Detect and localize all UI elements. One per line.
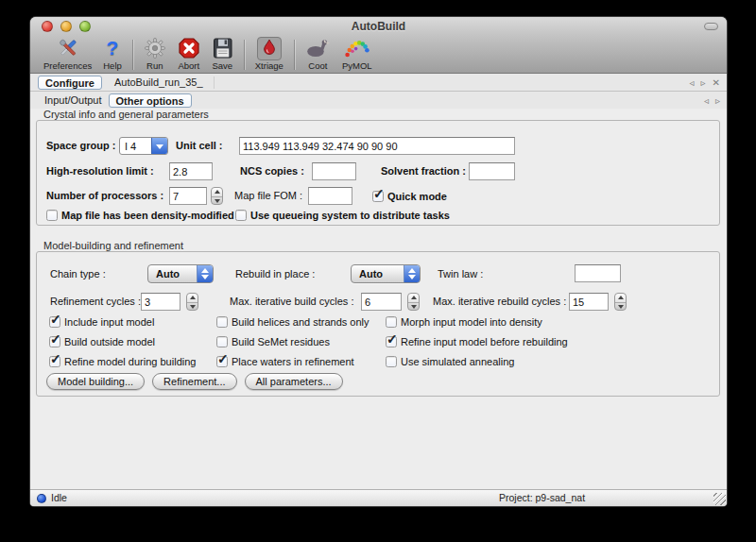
build-helices-strands-checkbox[interactable]: Build helices and strands only: [216, 315, 369, 329]
quick-mode-checkbox[interactable]: ✓ Quick mode: [372, 190, 447, 203]
place-waters-checkbox[interactable]: ✓ Place waters in refinement: [216, 355, 354, 368]
space-group-combo[interactable]: I 4: [119, 137, 168, 155]
stepper-up-icon[interactable]: [187, 294, 198, 302]
ncs-copies-input[interactable]: [312, 162, 356, 180]
max-rebuild-cycles-stepper[interactable]: [614, 293, 627, 311]
popup-arrows-icon: [404, 265, 420, 282]
build-semet-residues-checkbox[interactable]: Build SeMet residues: [216, 335, 330, 348]
include-input-model-checkbox[interactable]: ✓ Include input model: [49, 315, 154, 329]
morph-input-model-checkbox[interactable]: Morph input model into density: [386, 315, 542, 329]
map-fom-input[interactable]: [308, 187, 352, 205]
num-processors-stepper[interactable]: [211, 187, 223, 205]
stepper-down-icon[interactable]: [615, 302, 626, 311]
checkbox-label: Map file has been density-modified: [61, 209, 234, 222]
stepper-up-icon[interactable]: [212, 188, 222, 196]
refinement-cycles-input[interactable]: [141, 293, 180, 311]
abort-stop-icon: [178, 37, 200, 59]
project-label: Project: p9-sad_nat: [499, 492, 585, 503]
checkbox-box: [216, 316, 228, 328]
ncs-copies-label: NCS copies :: [240, 162, 304, 180]
crystal-row-4: Map file has been density-modified Use q…: [37, 209, 719, 222]
queueing-checkbox[interactable]: Use queueing system to distribute tasks: [235, 209, 450, 222]
num-processors-input[interactable]: [169, 187, 207, 205]
pymol-button[interactable]: PyMOL: [336, 37, 378, 71]
model-building-button[interactable]: Model building...: [46, 373, 145, 390]
minimize-window-button[interactable]: [60, 21, 72, 32]
refine-during-building-checkbox[interactable]: ✓ Refine model during building: [49, 355, 196, 368]
xtriage-button[interactable]: Xtriage: [249, 37, 289, 71]
refinement-cycles-stepper[interactable]: [186, 293, 198, 311]
checkbox-label: Build helices and strands only: [232, 315, 369, 329]
max-build-cycles-label: Max. iterative build cycles :: [230, 293, 353, 311]
max-rebuild-cycles-label: Max. iterative rebuild cycles :: [433, 293, 566, 311]
resize-grip[interactable]: [713, 493, 726, 505]
chevron-down-icon[interactable]: [151, 138, 167, 154]
solvent-fraction-input[interactable]: [469, 162, 515, 180]
preferences-button[interactable]: Preferences: [38, 37, 97, 71]
refinement-button[interactable]: Refinement...: [152, 373, 236, 390]
tab-other-options[interactable]: Other options: [109, 93, 192, 108]
twin-law-input[interactable]: [575, 264, 621, 282]
checkbox-label: Use simulated annealing: [401, 355, 514, 368]
help-button[interactable]: ? Help: [97, 37, 128, 71]
zoom-window-button[interactable]: [79, 21, 91, 32]
max-rebuild-cycles-input[interactable]: [569, 293, 609, 311]
chain-type-label: Chain type :: [50, 264, 106, 283]
checkbox-label: Use queueing system to distribute tasks: [250, 209, 450, 222]
status-dot-icon: [37, 494, 46, 503]
checkbox-label: Place waters in refinement: [232, 355, 354, 368]
title-bar[interactable]: AutoBuild: [30, 17, 727, 36]
max-build-cycles-stepper[interactable]: [407, 293, 420, 311]
toolbar-toggle-button[interactable]: [704, 23, 718, 30]
rebuild-in-place-value: Auto: [352, 265, 404, 282]
model-section-legend: Model-building and refinement: [43, 240, 183, 251]
chain-type-popup[interactable]: Auto: [147, 264, 214, 283]
tab-input-output[interactable]: Input/Output: [38, 94, 109, 106]
tab-scroll-left-icon[interactable]: ◃: [690, 76, 695, 89]
run-button[interactable]: Run: [138, 37, 172, 71]
all-parameters-button[interactable]: All parameters...: [245, 373, 343, 390]
checkbox-box: [235, 210, 247, 221]
tab-scroll-left-icon[interactable]: ◃: [704, 94, 709, 107]
stepper-down-icon[interactable]: [212, 196, 222, 205]
refine-input-model-checkbox[interactable]: ✓ Refine input model before rebuilding: [386, 335, 568, 348]
abort-button[interactable]: Abort: [172, 37, 206, 71]
tab-scroll-right-icon[interactable]: ▹: [715, 94, 720, 107]
rebuild-in-place-popup[interactable]: Auto: [351, 264, 421, 283]
close-window-button[interactable]: [42, 21, 53, 32]
stepper-up-icon[interactable]: [408, 294, 419, 302]
twin-law-label: Twin law :: [438, 264, 483, 283]
checkbox-label: Refine input model before rebuilding: [401, 335, 568, 348]
crystal-section-box: Space group : I 4 Unit cell : High-resol…: [36, 120, 720, 226]
stepper-down-icon[interactable]: [408, 302, 419, 311]
toolbar-item-label: Preferences: [43, 60, 92, 71]
high-res-input[interactable]: [169, 162, 213, 180]
coot-button[interactable]: Coot: [300, 37, 336, 71]
tab-close-icon[interactable]: ✕: [713, 76, 720, 89]
max-build-cycles-input[interactable]: [361, 293, 402, 311]
unit-cell-input[interactable]: [239, 137, 515, 155]
checkmark-icon: ✓: [50, 312, 61, 327]
stepper-up-icon[interactable]: [615, 294, 626, 302]
toolbar-item-label: Abort: [178, 60, 199, 71]
checkbox-box: ✓: [216, 356, 228, 367]
space-group-value: I 4: [120, 138, 151, 154]
checkmark-icon: ✓: [373, 186, 385, 201]
tab-scroll-right-icon[interactable]: ▹: [701, 76, 706, 89]
save-button[interactable]: Save: [206, 37, 239, 71]
build-outside-model-checkbox[interactable]: ✓ Build outside model: [49, 335, 155, 348]
checkbox-label: Build SeMet residues: [232, 335, 330, 348]
status-text: Idle: [51, 492, 67, 503]
simulated-annealing-checkbox[interactable]: Use simulated annealing: [386, 355, 514, 368]
crystal-row-2: High-resolution limit : NCS copies : Sol…: [37, 162, 719, 180]
model-row-1: Chain type : Auto Rebuild in place : Aut…: [37, 264, 719, 283]
stepper-down-icon[interactable]: [187, 302, 198, 311]
checkbox-label: Build outside model: [64, 335, 155, 348]
tab-autobuild-run[interactable]: AutoBuild_run_35_: [108, 76, 210, 88]
checkmark-icon: ✓: [217, 351, 229, 366]
toolbar-item-label: Help: [103, 60, 122, 71]
tab-configure[interactable]: Configure: [38, 76, 102, 90]
num-processors-label: Number of processors :: [46, 187, 163, 205]
checkbox-box: ✓: [49, 316, 60, 328]
density-modified-checkbox[interactable]: Map file has been density-modified: [46, 209, 234, 222]
